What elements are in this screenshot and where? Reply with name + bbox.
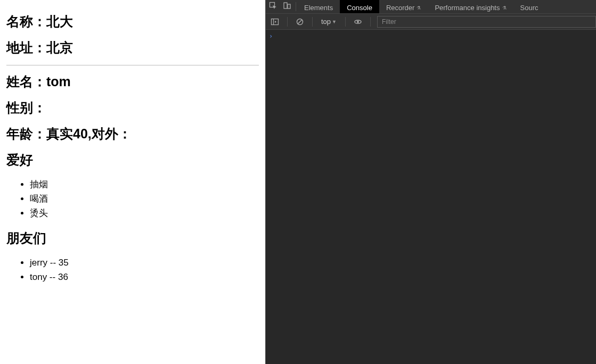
devtools-tab-icons	[266, 0, 295, 13]
friend-age: 36	[58, 272, 68, 282]
experiment-icon: ⚗	[417, 5, 421, 11]
context-label: top	[321, 18, 331, 26]
divider	[6, 65, 259, 65]
school-address-heading: 地址：北京	[6, 39, 259, 56]
school-name-value: 北大	[46, 14, 73, 29]
filter-input[interactable]	[377, 16, 596, 28]
tab-recorder-label: Recorder	[386, 4, 414, 12]
tab-recorder[interactable]: Recorder ⚗	[379, 0, 428, 13]
rendered-page-panel: 名称：北大 地址：北京 姓名：tom 性别： 年龄：真实40,对外： 爱好 抽烟…	[0, 0, 265, 364]
person-age-heading: 年龄：真实40,对外：	[6, 125, 259, 143]
list-item: jerry -- 35	[30, 255, 259, 270]
tab-performance-insights[interactable]: Performance insights ⚗	[428, 0, 513, 13]
list-item: 烫头	[30, 206, 259, 220]
friend-sep: --	[47, 272, 58, 282]
person-age-real-prefix: 真实	[46, 126, 73, 141]
live-expression-button[interactable]	[352, 16, 364, 28]
school-address-label: 地址：	[6, 40, 46, 55]
friend-age: 35	[59, 258, 69, 268]
experiment-icon: ⚗	[502, 5, 507, 11]
svg-line-6	[298, 20, 302, 24]
friends-list: jerry -- 35 tony -- 36	[6, 255, 259, 284]
person-name-label: 姓名：	[6, 74, 46, 89]
person-name-value: tom	[46, 74, 71, 89]
separator	[296, 2, 296, 11]
friend-sep: --	[47, 258, 59, 268]
hobbies-list: 抽烟 喝酒 烫头	[6, 177, 259, 221]
svg-point-7	[357, 21, 359, 23]
separator	[345, 17, 346, 27]
hobbies-title: 爱好	[6, 151, 259, 169]
console-output[interactable]: ›	[266, 30, 596, 364]
person-age-real: 40	[73, 126, 88, 141]
svg-rect-1	[284, 3, 287, 9]
console-prompt: ›	[269, 32, 273, 40]
tab-performance-insights-label: Performance insights	[435, 4, 500, 12]
console-toolbar: top ▼	[266, 14, 596, 30]
clear-console-button[interactable]	[294, 16, 306, 28]
device-toggle-icon[interactable]	[283, 2, 291, 12]
chevron-down-icon: ▼	[332, 19, 337, 24]
separator	[370, 17, 371, 27]
person-name-heading: 姓名：tom	[6, 73, 259, 90]
person-gender-heading: 性别：	[6, 99, 259, 117]
list-item: 抽烟	[30, 177, 259, 192]
school-address-value: 北京	[46, 40, 73, 55]
tab-console[interactable]: Console	[340, 0, 379, 13]
school-name-heading: 名称：北大	[6, 13, 259, 30]
friend-name: jerry	[30, 258, 47, 268]
devtools-tab-bar: Elements Console Recorder ⚗ Performance …	[266, 0, 596, 14]
list-item: 喝酒	[30, 192, 259, 206]
svg-rect-2	[288, 4, 290, 9]
inspect-element-icon[interactable]	[269, 2, 277, 12]
school-name-label: 名称：	[6, 14, 46, 29]
tab-sources[interactable]: Sourc	[513, 0, 545, 13]
friend-name: tony	[30, 272, 47, 282]
context-selector[interactable]: top ▼	[319, 18, 339, 26]
friends-title: 朋友们	[6, 229, 259, 247]
toggle-sidebar-button[interactable]	[269, 16, 281, 28]
person-age-label: 年龄：	[6, 126, 46, 141]
separator	[287, 17, 288, 27]
tab-elements[interactable]: Elements	[297, 0, 340, 13]
devtools-panel: Elements Console Recorder ⚗ Performance …	[265, 0, 596, 364]
list-item: tony -- 36	[30, 270, 259, 284]
person-age-middle: ,对外：	[88, 126, 132, 141]
separator	[312, 17, 313, 27]
person-gender-label: 性别：	[6, 100, 46, 115]
